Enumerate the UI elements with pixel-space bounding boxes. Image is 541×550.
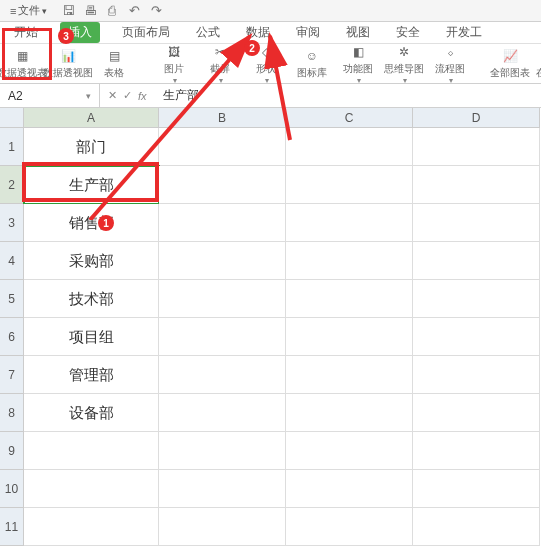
cell-D1[interactable] — [413, 128, 540, 166]
cell-A7[interactable]: 管理部 — [24, 356, 159, 394]
picture-icon: 🖼 — [164, 43, 184, 61]
cell-B4[interactable] — [159, 242, 286, 280]
flowchart-button[interactable]: ⬦ 流程图 — [434, 43, 466, 85]
undo-icon[interactable]: ↶ — [127, 4, 141, 18]
pivot-table-button[interactable]: ▦ 数据透视表 — [6, 47, 38, 80]
save-icon[interactable]: 🖫 — [61, 4, 75, 18]
screenshot-button[interactable]: ✂ 截屏 — [204, 43, 236, 85]
fx-accept-icon[interactable]: ✓ — [123, 89, 132, 102]
cell-A5[interactable]: 技术部 — [24, 280, 159, 318]
cell-D11[interactable] — [413, 508, 540, 546]
cell-D9[interactable] — [413, 432, 540, 470]
tab-formula[interactable]: 公式 — [192, 22, 224, 43]
tab-start[interactable]: 开始 — [10, 22, 42, 43]
onlinechart-label: 在线图表 — [536, 66, 541, 80]
cell-C4[interactable] — [286, 242, 413, 280]
cell-B5[interactable] — [159, 280, 286, 318]
cell-A9[interactable] — [24, 432, 159, 470]
cell-D4[interactable] — [413, 242, 540, 280]
cell-D2[interactable] — [413, 166, 540, 204]
cell-C7[interactable] — [286, 356, 413, 394]
cell-C5[interactable] — [286, 280, 413, 318]
tab-data[interactable]: 数据 — [242, 22, 274, 43]
allcharts-button[interactable]: 📈 全部图表 — [494, 47, 526, 80]
cell-B7[interactable] — [159, 356, 286, 394]
row-header-5[interactable]: 5 — [0, 280, 24, 318]
row-header-6[interactable]: 6 — [0, 318, 24, 356]
row-header-7[interactable]: 7 — [0, 356, 24, 394]
cell-C9[interactable] — [286, 432, 413, 470]
row-header-4[interactable]: 4 — [0, 242, 24, 280]
cell-A6[interactable]: 项目组 — [24, 318, 159, 356]
cell-D8[interactable] — [413, 394, 540, 432]
cell-A3[interactable]: 销售部 — [24, 204, 159, 242]
col-header-B[interactable]: B — [159, 108, 286, 128]
smartart-button[interactable]: ◧ 功能图 — [342, 43, 374, 85]
cell-C3[interactable] — [286, 204, 413, 242]
annotation-badge-1: 1 — [98, 215, 114, 231]
pivot-table-icon: ▦ — [12, 47, 32, 65]
screenshot-icon: ✂ — [210, 43, 230, 61]
table-label: 表格 — [104, 66, 124, 80]
table-button[interactable]: ▤ 表格 — [98, 47, 130, 80]
pivot-chart-button[interactable]: 📊 数据透视图 — [52, 47, 84, 80]
cell-C2[interactable] — [286, 166, 413, 204]
fx-icon[interactable]: fx — [138, 90, 147, 102]
cell-B3[interactable] — [159, 204, 286, 242]
picture-button[interactable]: 🖼 图片 — [158, 43, 190, 85]
tab-review[interactable]: 审阅 — [292, 22, 324, 43]
formula-value[interactable]: 生产部 — [155, 87, 207, 104]
cell-A4[interactable]: 采购部 — [24, 242, 159, 280]
mindmap-button[interactable]: ✲ 思维导图 — [388, 43, 420, 85]
cell-B11[interactable] — [159, 508, 286, 546]
print-icon[interactable]: 🖶 — [83, 4, 97, 18]
cell-A11[interactable] — [24, 508, 159, 546]
cell-A10[interactable] — [24, 470, 159, 508]
redo-icon[interactable]: ↷ — [149, 4, 163, 18]
cell-C10[interactable] — [286, 470, 413, 508]
cell-D6[interactable] — [413, 318, 540, 356]
mindmap-label: 思维导图 — [384, 62, 424, 76]
tab-security[interactable]: 安全 — [392, 22, 424, 43]
iconlib-button[interactable]: ☺ 图标库 — [296, 47, 328, 80]
cell-A1[interactable]: 部门 — [24, 128, 159, 166]
file-menu[interactable]: 文件 — [4, 1, 53, 20]
tab-view[interactable]: 视图 — [342, 22, 374, 43]
row-header-11[interactable]: 11 — [0, 508, 24, 546]
col-header-A[interactable]: A — [24, 108, 159, 128]
cell-B9[interactable] — [159, 432, 286, 470]
shapes-label: 形状 — [256, 62, 276, 76]
row-header-1[interactable]: 1 — [0, 128, 24, 166]
cell-D5[interactable] — [413, 280, 540, 318]
cell-B6[interactable] — [159, 318, 286, 356]
flowchart-icon: ⬦ — [440, 43, 460, 61]
row-header-3[interactable]: 3 — [0, 204, 24, 242]
fx-cancel-icon[interactable]: ✕ — [108, 89, 117, 102]
name-box[interactable]: A2 — [0, 84, 100, 107]
select-all-corner[interactable] — [0, 108, 24, 128]
tab-pagelayout[interactable]: 页面布局 — [118, 22, 174, 43]
cell-D7[interactable] — [413, 356, 540, 394]
cell-B10[interactable] — [159, 470, 286, 508]
preview-icon[interactable]: ⎙ — [105, 4, 119, 18]
cell-B1[interactable] — [159, 128, 286, 166]
row-header-8[interactable]: 8 — [0, 394, 24, 432]
row-header-9[interactable]: 9 — [0, 432, 24, 470]
cell-D10[interactable] — [413, 470, 540, 508]
tab-dev[interactable]: 开发工 — [442, 22, 486, 43]
cell-A2[interactable]: 生产部 — [24, 166, 159, 204]
col-header-D[interactable]: D — [413, 108, 540, 128]
row-header-10[interactable]: 10 — [0, 470, 24, 508]
cell-B8[interactable] — [159, 394, 286, 432]
cell-C8[interactable] — [286, 394, 413, 432]
cell-C1[interactable] — [286, 128, 413, 166]
col-header-C[interactable]: C — [286, 108, 413, 128]
cell-C6[interactable] — [286, 318, 413, 356]
cell-C11[interactable] — [286, 508, 413, 546]
cell-D3[interactable] — [413, 204, 540, 242]
table-icon: ▤ — [104, 47, 124, 65]
cell-A8[interactable]: 设备部 — [24, 394, 159, 432]
row-header-2[interactable]: 2 — [0, 166, 24, 204]
annotation-badge-2: 2 — [244, 40, 260, 56]
cell-B2[interactable] — [159, 166, 286, 204]
